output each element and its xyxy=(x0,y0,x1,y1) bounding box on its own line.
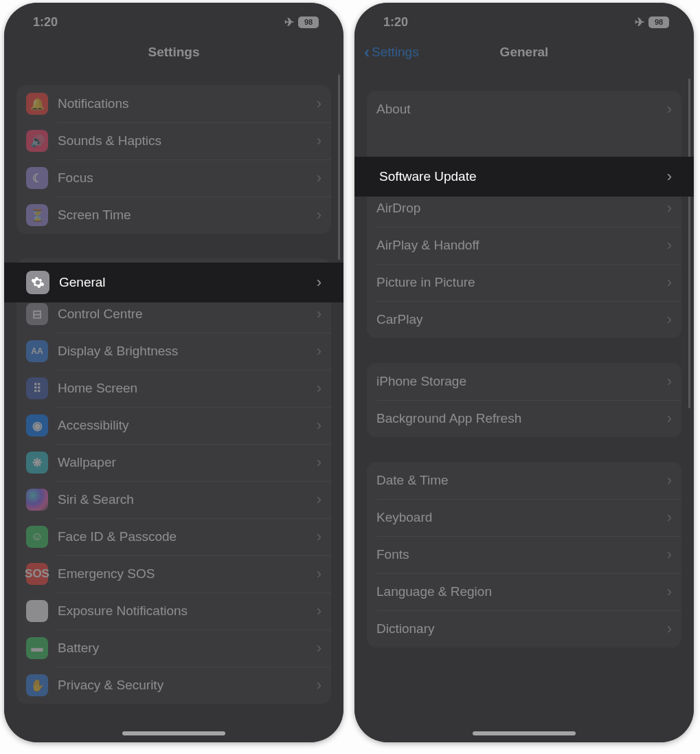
settings-row-exposure-notifications[interactable]: ⊛Exposure Notifications› xyxy=(16,592,331,630)
battery-badge: 98 xyxy=(648,16,669,28)
settings-row-wallpaper[interactable]: ❋Wallpaper› xyxy=(16,444,331,481)
nav-header: ‹ Settings General xyxy=(354,36,694,69)
settings-row-accessibility[interactable]: ◉Accessibility› xyxy=(16,407,331,444)
chevron-right-icon: › xyxy=(317,639,321,657)
chevron-right-icon: › xyxy=(667,100,672,118)
status-time: 1:20 xyxy=(33,15,58,30)
battery-badge: 98 xyxy=(298,16,319,28)
chevron-right-icon: › xyxy=(317,95,321,113)
settings-row-display-brightness[interactable]: AADisplay & Brightness› xyxy=(16,333,331,370)
general-row-keyboard[interactable]: Keyboard› xyxy=(367,499,681,536)
row-label: Battery xyxy=(58,641,317,656)
airplane-icon: ✈︎ xyxy=(635,16,644,28)
scroll-indicator xyxy=(688,78,690,408)
settings-row-battery[interactable]: ▬Battery› xyxy=(16,630,331,667)
general-screen: 1:20 ✈︎ 98 ‹ Settings General About›Soft… xyxy=(354,3,694,742)
chevron-right-icon: › xyxy=(667,236,672,254)
status-bar: 1:20 ✈︎ 98 xyxy=(354,3,694,36)
page-title: General xyxy=(500,45,549,60)
settings-row-screen-time[interactable]: ⏳Screen Time› xyxy=(16,197,331,234)
settings-row-privacy-security[interactable]: ✋Privacy & Security› xyxy=(16,667,331,704)
speaker-icon: 🔊 xyxy=(26,130,48,152)
battery-icon: ▬ xyxy=(26,637,48,659)
chevron-left-icon: ‹ xyxy=(364,44,370,60)
home-indicator[interactable] xyxy=(122,731,225,735)
row-label: Home Screen xyxy=(58,381,317,396)
hourglass-icon: ⏳ xyxy=(26,204,48,226)
page-title: Settings xyxy=(148,45,200,60)
row-label: Emergency SOS xyxy=(58,566,317,581)
moon-icon: ☾ xyxy=(26,167,48,189)
general-row-iphone-storage[interactable]: iPhone Storage› xyxy=(367,363,681,400)
back-label: Settings xyxy=(372,45,419,60)
chevron-right-icon: › xyxy=(317,676,321,694)
general-row-picture-in-picture[interactable]: Picture in Picture› xyxy=(367,264,681,301)
chevron-right-icon: › xyxy=(667,274,672,291)
row-label: Date & Time xyxy=(376,473,667,488)
general-row-airplay-handoff[interactable]: AirPlay & Handoff› xyxy=(367,227,681,264)
chevron-right-icon: › xyxy=(667,168,672,186)
chevron-right-icon: › xyxy=(667,472,672,489)
row-label: Keyboard xyxy=(376,510,667,525)
row-label: Dictionary xyxy=(376,621,667,636)
virus-icon: ⊛ xyxy=(26,600,48,622)
chevron-right-icon: › xyxy=(317,528,321,546)
row-label: Fonts xyxy=(376,547,667,562)
general-row-about[interactable]: About› xyxy=(367,91,681,128)
row-label: Control Centre xyxy=(58,307,317,322)
flower-icon: ❋ xyxy=(26,452,48,474)
sos-icon: SOS xyxy=(26,563,48,585)
settings-row-home-screen[interactable]: ⠿Home Screen› xyxy=(16,370,331,407)
nav-header: Settings xyxy=(4,36,343,69)
chevron-right-icon: › xyxy=(317,417,321,434)
settings-row-face-id-passcode[interactable]: ☺Face ID & Passcode› xyxy=(16,518,331,555)
chevron-right-icon: › xyxy=(317,206,321,224)
scroll-indicator xyxy=(338,74,340,260)
row-label: Accessibility xyxy=(58,418,317,433)
chevron-right-icon: › xyxy=(317,132,321,150)
row-label: AirDrop xyxy=(376,201,667,216)
face-icon: ☺ xyxy=(26,526,48,548)
grid-icon: ⠿ xyxy=(26,377,48,399)
settings-row-sounds-haptics[interactable]: 🔊Sounds & Haptics› xyxy=(16,122,331,159)
row-label: Focus xyxy=(58,170,317,186)
general-row-background-app-refresh[interactable]: Background App Refresh› xyxy=(367,400,681,437)
row-label: Wallpaper xyxy=(58,455,317,470)
general-row-language-region[interactable]: Language & Region› xyxy=(367,573,681,610)
settings-row-label: General xyxy=(59,275,317,290)
chevron-right-icon: › xyxy=(317,565,321,583)
general-row-label: Software Update xyxy=(379,169,667,184)
row-label: Sounds & Haptics xyxy=(58,133,317,148)
chevron-right-icon: › xyxy=(667,583,672,601)
row-label: Screen Time xyxy=(58,208,317,223)
siri-icon xyxy=(26,489,48,511)
general-row-carplay[interactable]: CarPlay› xyxy=(367,301,681,338)
chevron-right-icon: › xyxy=(317,491,321,509)
general-row-dictionary[interactable]: Dictionary› xyxy=(367,610,681,647)
settings-row-siri-search[interactable]: Siri & Search› xyxy=(16,481,331,518)
chevron-right-icon: › xyxy=(667,410,672,428)
settings-row-general[interactable]: General › xyxy=(4,263,343,302)
status-bar: 1:20 ✈︎ 98 xyxy=(4,3,343,36)
settings-row-focus[interactable]: ☾Focus› xyxy=(16,159,331,197)
settings-row-emergency-sos[interactable]: SOSEmergency SOS› xyxy=(16,555,331,592)
general-row-software-update[interactable]: Software Update › xyxy=(354,157,694,197)
status-time: 1:20 xyxy=(383,15,408,30)
hand-icon: ✋ xyxy=(26,674,48,696)
chevron-right-icon: › xyxy=(667,199,672,217)
row-label: CarPlay xyxy=(376,312,667,327)
row-label: Privacy & Security xyxy=(58,678,317,693)
back-button[interactable]: ‹ Settings xyxy=(364,44,419,60)
general-row-fonts[interactable]: Fonts› xyxy=(367,536,681,573)
chevron-right-icon: › xyxy=(317,602,321,620)
settings-row-notifications[interactable]: 🔔Notifications› xyxy=(16,85,331,122)
settings-list[interactable]: 🔔Notifications›🔊Sounds & Haptics›☾Focus›… xyxy=(4,71,343,742)
row-label: AirPlay & Handoff xyxy=(376,238,667,253)
chevron-right-icon: › xyxy=(317,454,321,472)
chevron-right-icon: › xyxy=(317,274,321,291)
general-row-date-time[interactable]: Date & Time› xyxy=(367,462,681,499)
row-label: Notifications xyxy=(58,96,317,111)
home-indicator[interactable] xyxy=(473,731,576,735)
bell-icon: 🔔 xyxy=(26,93,48,115)
row-label: About xyxy=(376,102,667,117)
